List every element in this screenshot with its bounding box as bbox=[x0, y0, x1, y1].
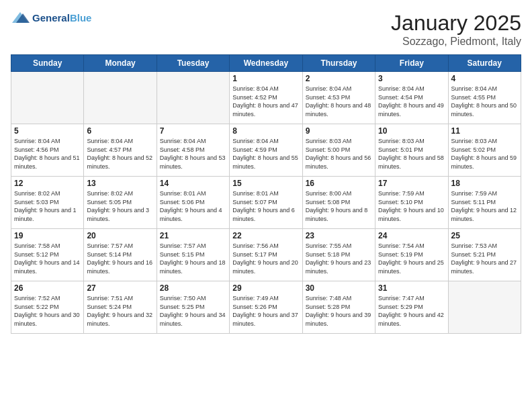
day-number: 11 bbox=[451, 126, 518, 136]
day-number: 4 bbox=[451, 74, 518, 83]
calendar-cell: 20Sunrise: 7:57 AM Sunset: 5:14 PM Dayli… bbox=[84, 229, 157, 281]
page: GeneralBlue January 2025 Sozzago, Piedmo… bbox=[0, 0, 532, 411]
title-block: January 2025 Sozzago, Piedmont, Italy bbox=[391, 11, 521, 48]
day-number: 13 bbox=[87, 179, 153, 188]
day-header-friday: Friday bbox=[375, 55, 448, 72]
day-number: 23 bbox=[306, 231, 372, 240]
day-number: 12 bbox=[14, 179, 81, 188]
day-info: Sunrise: 8:04 AM Sunset: 4:57 PM Dayligh… bbox=[87, 137, 153, 171]
day-info: Sunrise: 8:04 AM Sunset: 4:52 PM Dayligh… bbox=[232, 85, 299, 118]
calendar-table: SundayMondayTuesdayWednesdayThursdayFrid… bbox=[11, 54, 521, 334]
calendar-cell bbox=[448, 281, 521, 334]
day-header-tuesday: Tuesday bbox=[157, 55, 229, 72]
day-number: 10 bbox=[378, 126, 445, 136]
day-info: Sunrise: 7:48 AM Sunset: 5:28 PM Dayligh… bbox=[306, 294, 372, 328]
calendar-cell: 17Sunrise: 7:59 AM Sunset: 5:10 PM Dayli… bbox=[375, 177, 448, 229]
day-info: Sunrise: 7:47 AM Sunset: 5:29 PM Dayligh… bbox=[378, 294, 445, 328]
logo: GeneralBlue bbox=[11, 11, 91, 26]
day-info: Sunrise: 7:54 AM Sunset: 5:19 PM Dayligh… bbox=[378, 242, 445, 275]
days-header-row: SundayMondayTuesdayWednesdayThursdayFrid… bbox=[11, 55, 521, 72]
calendar-cell: 29Sunrise: 7:49 AM Sunset: 5:26 PM Dayli… bbox=[230, 281, 302, 334]
day-header-saturday: Saturday bbox=[448, 55, 521, 72]
day-info: Sunrise: 8:04 AM Sunset: 4:56 PM Dayligh… bbox=[14, 137, 81, 171]
day-info: Sunrise: 8:02 AM Sunset: 5:03 PM Dayligh… bbox=[14, 189, 81, 223]
calendar-cell: 28Sunrise: 7:50 AM Sunset: 5:25 PM Dayli… bbox=[157, 281, 229, 334]
day-number: 22 bbox=[232, 231, 299, 240]
day-info: Sunrise: 7:49 AM Sunset: 5:26 PM Dayligh… bbox=[232, 294, 299, 328]
week-row-2: 5Sunrise: 8:04 AM Sunset: 4:56 PM Daylig… bbox=[11, 124, 521, 177]
day-info: Sunrise: 7:50 AM Sunset: 5:25 PM Dayligh… bbox=[160, 294, 226, 328]
day-info: Sunrise: 7:51 AM Sunset: 5:24 PM Dayligh… bbox=[87, 294, 153, 328]
calendar-cell: 26Sunrise: 7:52 AM Sunset: 5:22 PM Dayli… bbox=[11, 281, 84, 334]
day-info: Sunrise: 8:04 AM Sunset: 4:58 PM Dayligh… bbox=[160, 137, 226, 171]
calendar-cell: 27Sunrise: 7:51 AM Sunset: 5:24 PM Dayli… bbox=[84, 281, 157, 334]
calendar-cell: 19Sunrise: 7:58 AM Sunset: 5:12 PM Dayli… bbox=[11, 229, 84, 281]
calendar-cell: 24Sunrise: 7:54 AM Sunset: 5:19 PM Dayli… bbox=[375, 229, 448, 281]
day-number: 30 bbox=[306, 283, 372, 293]
calendar-cell: 31Sunrise: 7:47 AM Sunset: 5:29 PM Dayli… bbox=[375, 281, 448, 334]
day-number: 2 bbox=[306, 74, 372, 83]
day-info: Sunrise: 8:00 AM Sunset: 5:08 PM Dayligh… bbox=[306, 189, 372, 223]
calendar-cell: 12Sunrise: 8:02 AM Sunset: 5:03 PM Dayli… bbox=[11, 177, 84, 229]
day-info: Sunrise: 8:03 AM Sunset: 5:01 PM Dayligh… bbox=[378, 137, 445, 171]
day-info: Sunrise: 8:01 AM Sunset: 5:06 PM Dayligh… bbox=[160, 189, 226, 223]
day-info: Sunrise: 7:59 AM Sunset: 5:11 PM Dayligh… bbox=[451, 189, 518, 223]
day-number: 20 bbox=[87, 231, 153, 240]
week-row-4: 19Sunrise: 7:58 AM Sunset: 5:12 PM Dayli… bbox=[11, 229, 521, 281]
week-row-1: 1Sunrise: 8:04 AM Sunset: 4:52 PM Daylig… bbox=[11, 72, 521, 124]
day-number: 15 bbox=[232, 179, 299, 188]
calendar-cell bbox=[157, 72, 229, 124]
day-number: 31 bbox=[378, 283, 445, 293]
calendar-cell: 10Sunrise: 8:03 AM Sunset: 5:01 PM Dayli… bbox=[375, 124, 448, 177]
day-number: 21 bbox=[160, 231, 226, 240]
day-info: Sunrise: 8:04 AM Sunset: 4:59 PM Dayligh… bbox=[232, 137, 299, 171]
header: GeneralBlue January 2025 Sozzago, Piedmo… bbox=[11, 11, 521, 48]
day-number: 27 bbox=[87, 283, 153, 293]
calendar-subtitle: Sozzago, Piedmont, Italy bbox=[391, 36, 521, 48]
calendar-cell: 22Sunrise: 7:56 AM Sunset: 5:17 PM Dayli… bbox=[230, 229, 302, 281]
day-number: 28 bbox=[160, 283, 226, 293]
calendar-cell: 1Sunrise: 8:04 AM Sunset: 4:52 PM Daylig… bbox=[230, 72, 302, 124]
calendar-cell: 5Sunrise: 8:04 AM Sunset: 4:56 PM Daylig… bbox=[11, 124, 84, 177]
calendar-cell: 6Sunrise: 8:04 AM Sunset: 4:57 PM Daylig… bbox=[84, 124, 157, 177]
calendar-cell: 30Sunrise: 7:48 AM Sunset: 5:28 PM Dayli… bbox=[302, 281, 375, 334]
calendar-cell: 2Sunrise: 8:04 AM Sunset: 4:53 PM Daylig… bbox=[302, 72, 375, 124]
day-info: Sunrise: 8:03 AM Sunset: 5:00 PM Dayligh… bbox=[306, 137, 372, 171]
calendar-cell: 7Sunrise: 8:04 AM Sunset: 4:58 PM Daylig… bbox=[157, 124, 229, 177]
calendar-cell: 11Sunrise: 8:03 AM Sunset: 5:02 PM Dayli… bbox=[448, 124, 521, 177]
logo-text: GeneralBlue bbox=[32, 12, 91, 24]
day-info: Sunrise: 7:53 AM Sunset: 5:21 PM Dayligh… bbox=[451, 242, 518, 275]
day-number: 7 bbox=[160, 126, 226, 136]
day-info: Sunrise: 7:58 AM Sunset: 5:12 PM Dayligh… bbox=[14, 242, 81, 275]
calendar-cell: 16Sunrise: 8:00 AM Sunset: 5:08 PM Dayli… bbox=[302, 177, 375, 229]
day-header-thursday: Thursday bbox=[302, 55, 375, 72]
day-info: Sunrise: 8:02 AM Sunset: 5:05 PM Dayligh… bbox=[87, 189, 153, 223]
day-number: 25 bbox=[451, 231, 518, 240]
calendar-cell: 18Sunrise: 7:59 AM Sunset: 5:11 PM Dayli… bbox=[448, 177, 521, 229]
day-number: 19 bbox=[14, 231, 81, 240]
logo-icon bbox=[11, 11, 30, 26]
day-number: 1 bbox=[232, 74, 299, 83]
day-info: Sunrise: 7:57 AM Sunset: 5:14 PM Dayligh… bbox=[87, 242, 153, 275]
calendar-cell: 9Sunrise: 8:03 AM Sunset: 5:00 PM Daylig… bbox=[302, 124, 375, 177]
day-info: Sunrise: 7:57 AM Sunset: 5:15 PM Dayligh… bbox=[160, 242, 226, 275]
day-info: Sunrise: 8:03 AM Sunset: 5:02 PM Dayligh… bbox=[451, 137, 518, 171]
day-info: Sunrise: 7:59 AM Sunset: 5:10 PM Dayligh… bbox=[378, 189, 445, 223]
day-info: Sunrise: 7:52 AM Sunset: 5:22 PM Dayligh… bbox=[14, 294, 81, 328]
calendar-cell: 8Sunrise: 8:04 AM Sunset: 4:59 PM Daylig… bbox=[230, 124, 302, 177]
day-info: Sunrise: 8:04 AM Sunset: 4:54 PM Dayligh… bbox=[378, 85, 445, 118]
calendar-cell: 4Sunrise: 8:04 AM Sunset: 4:55 PM Daylig… bbox=[448, 72, 521, 124]
calendar-cell: 14Sunrise: 8:01 AM Sunset: 5:06 PM Dayli… bbox=[157, 177, 229, 229]
day-info: Sunrise: 7:55 AM Sunset: 5:18 PM Dayligh… bbox=[306, 242, 372, 275]
calendar-cell bbox=[84, 72, 157, 124]
calendar-cell bbox=[11, 72, 84, 124]
day-number: 8 bbox=[232, 126, 299, 136]
calendar-cell: 15Sunrise: 8:01 AM Sunset: 5:07 PM Dayli… bbox=[230, 177, 302, 229]
calendar-cell: 25Sunrise: 7:53 AM Sunset: 5:21 PM Dayli… bbox=[448, 229, 521, 281]
day-info: Sunrise: 8:04 AM Sunset: 4:53 PM Dayligh… bbox=[306, 85, 372, 118]
day-number: 3 bbox=[378, 74, 445, 83]
day-number: 26 bbox=[14, 283, 81, 293]
day-number: 18 bbox=[451, 179, 518, 188]
day-number: 17 bbox=[378, 179, 445, 188]
calendar-cell: 13Sunrise: 8:02 AM Sunset: 5:05 PM Dayli… bbox=[84, 177, 157, 229]
